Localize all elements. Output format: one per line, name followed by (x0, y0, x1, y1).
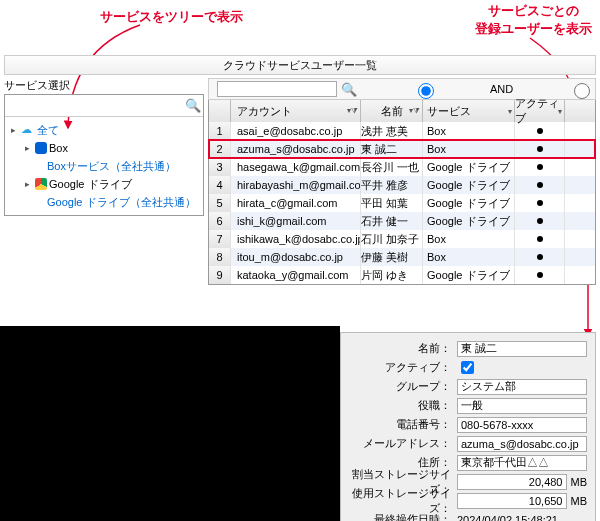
row-num: 9 (209, 266, 231, 284)
tree-gd[interactable]: ▸Google ドライブ (7, 175, 201, 193)
cell-active (515, 230, 565, 248)
cell-account: hasegawa_k@gmail.com (231, 158, 361, 176)
fld-used[interactable] (457, 493, 567, 509)
cell-active (515, 248, 565, 266)
cell-account: ishi_k@gmail.com (231, 212, 361, 230)
cell-name: 伊藤 美樹 (361, 248, 423, 266)
tree-box-label: Box (49, 142, 68, 154)
lbl-name: 名前： (349, 341, 457, 356)
tree-box-sub-label: Boxサービス（全社共通） (47, 159, 176, 174)
fld-phone[interactable] (457, 417, 587, 433)
row-num: 1 (209, 122, 231, 140)
row-num: 2 (209, 140, 231, 158)
filter-search-icon[interactable]: 🔍 (341, 82, 357, 97)
table-row[interactable]: 7ishikawa_k@dosabc.co.jp石川 加奈子Box (209, 230, 595, 248)
lbl-active: アクティブ： (349, 360, 457, 375)
fld-role[interactable] (457, 398, 587, 414)
lbl-phone: 電話番号： (349, 417, 457, 432)
unit-mb: MB (571, 495, 588, 507)
search-icon[interactable]: 🔍 (183, 98, 203, 113)
fld-mail[interactable] (457, 436, 587, 452)
cell-name: 浅井 恵美 (361, 122, 423, 140)
cell-account: hirata_c@gmail.com (231, 194, 361, 212)
fld-quota[interactable] (457, 474, 567, 490)
col-account[interactable]: アカウント▾⧩ (231, 100, 361, 122)
row-num: 8 (209, 248, 231, 266)
cell-service: Box (423, 248, 515, 266)
row-num: 3 (209, 158, 231, 176)
cell-service: Google ドライブ (423, 194, 515, 212)
cell-active (515, 266, 565, 284)
cell-name: 平田 知葉 (361, 194, 423, 212)
fld-last: 2024/04/02 15:48:21 (457, 514, 558, 522)
cell-service: Google ドライブ (423, 212, 515, 230)
cell-service: Box (423, 230, 515, 248)
cell-active (515, 140, 565, 158)
table-row[interactable]: 3hasegawa_k@gmail.com長谷川 一也Google ドライブ (209, 158, 595, 176)
col-active[interactable]: アクティブ▾ (515, 100, 565, 122)
table-row[interactable]: 5hirata_c@gmail.com平田 知葉Google ドライブ (209, 194, 595, 212)
tree-gd-sub[interactable]: Google ドライブ（全社共通） (7, 193, 201, 211)
tree-gd-label: Google ドライブ (49, 177, 132, 192)
panel-label: サービス選択 (4, 78, 70, 93)
cell-account: asai_e@dosabc.co.jp (231, 122, 361, 140)
detail-panel: 名前： アクティブ： グループ： 役職： 電話番号： メールアドレス： 住所： … (340, 332, 596, 521)
cell-active (515, 194, 565, 212)
fld-addr[interactable] (457, 455, 587, 471)
table-row[interactable]: 4hirabayashi_m@gmail.com平井 雅彦Google ドライブ (209, 176, 595, 194)
tree-root[interactable]: ▸☁全て (7, 121, 201, 139)
lbl-group: グループ： (349, 379, 457, 394)
table-row[interactable]: 8itou_m@dosabc.co.jp伊藤 美樹Box (209, 248, 595, 266)
row-num: 4 (209, 176, 231, 194)
lbl-role: 役職： (349, 398, 457, 413)
fld-active[interactable] (461, 361, 474, 374)
cell-service: Google ドライブ (423, 158, 515, 176)
lbl-last: 最終操作日時： (349, 512, 457, 521)
col-service[interactable]: サービス▾ (423, 100, 515, 122)
cell-active (515, 158, 565, 176)
row-num: 5 (209, 194, 231, 212)
lbl-mail: メールアドレス： (349, 436, 457, 451)
cell-active (515, 212, 565, 230)
cell-name: 石川 加奈子 (361, 230, 423, 248)
cell-name: 長谷川 一也 (361, 158, 423, 176)
cell-active (515, 176, 565, 194)
callout-tree: サービスをツリーで表示 (100, 8, 243, 26)
filter-icon[interactable]: ▾⧩ (347, 106, 358, 116)
unit-mb: MB (571, 476, 588, 488)
filter-icon[interactable]: ▾ (558, 107, 562, 116)
window-title: クラウドサービスユーザー一覧 (4, 55, 596, 75)
table-row[interactable]: 2azuma_s@dosabc.co.jp東 誠二Box (209, 140, 595, 158)
cell-service: Google ドライブ (423, 266, 515, 284)
tree-box-sub[interactable]: Boxサービス（全社共通） (7, 157, 201, 175)
cell-name: 平井 雅彦 (361, 176, 423, 194)
tree-gd-sub-label: Google ドライブ（全社共通） (47, 195, 196, 210)
fld-group[interactable] (457, 379, 587, 395)
cell-account: hirabayashi_m@gmail.com (231, 176, 361, 194)
cell-name: 東 誠二 (361, 140, 423, 158)
cell-account: itou_m@dosabc.co.jp (231, 248, 361, 266)
filter-input[interactable] (217, 81, 337, 97)
table-row[interactable]: 9kataoka_y@gmail.com片岡 ゆきGoogle ドライブ (209, 266, 595, 284)
row-num: 7 (209, 230, 231, 248)
cell-account: azuma_s@dosabc.co.jp (231, 140, 361, 158)
col-name[interactable]: 名前▾⧩ (361, 100, 423, 122)
cell-service: Google ドライブ (423, 176, 515, 194)
cell-account: ishikawa_k@dosabc.co.jp (231, 230, 361, 248)
filter-icon[interactable]: ▾⧩ (409, 106, 420, 116)
grid-panel: 🔍 AND OR アカウント▾⧩ 名前▾⧩ サービス▾ アクティブ▾ 1asai… (208, 78, 596, 285)
tree-search-input[interactable] (5, 96, 183, 116)
lbl-used: 使用ストレージサイズ： (349, 486, 457, 516)
table-row[interactable]: 6ishi_k@gmail.com石井 健一Google ドライブ (209, 212, 595, 230)
callout-users: サービスごとの 登録ユーザーを表示 (475, 2, 592, 38)
fld-name[interactable] (457, 341, 587, 357)
tree-panel: 🔍 ▸☁全て ▸Box Boxサービス（全社共通） ▸Google ドライブ G… (4, 94, 204, 216)
tree-box[interactable]: ▸Box (7, 139, 201, 157)
cell-service: Box (423, 140, 515, 158)
row-num: 6 (209, 212, 231, 230)
grid-header: アカウント▾⧩ 名前▾⧩ サービス▾ アクティブ▾ (209, 100, 595, 122)
cell-name: 片岡 ゆき (361, 266, 423, 284)
cell-name: 石井 健一 (361, 212, 423, 230)
filter-icon[interactable]: ▾ (508, 107, 512, 116)
filter-and[interactable]: AND (361, 80, 513, 99)
